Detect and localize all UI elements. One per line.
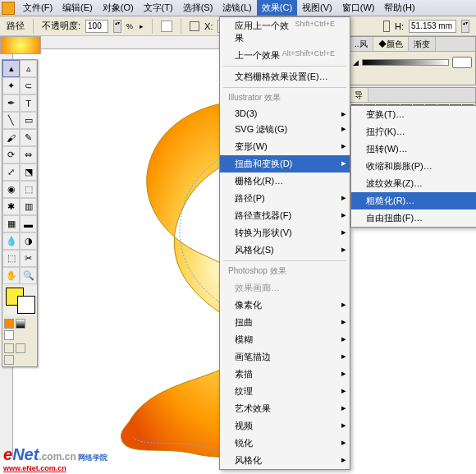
magic-wand-tool[interactable]: ✦ (2, 77, 20, 94)
menu-artistic[interactable]: 艺术效果▸ (220, 400, 350, 417)
submenu-twist[interactable]: 扭转(W)… (351, 140, 476, 158)
screen-mode-full2[interactable] (4, 355, 14, 365)
reflect-tool[interactable]: ⇔ (20, 146, 37, 163)
menu-help[interactable]: 帮助(H) (379, 0, 419, 16)
menu-doc-raster[interactable]: 文档栅格效果设置(E)… (220, 68, 350, 85)
watermark: eNet.com.cn网络学院 www.eNet.com.cn (3, 445, 108, 472)
opacity-input[interactable] (85, 20, 108, 33)
anchor-widget[interactable] (190, 21, 199, 31)
free-transform-tool[interactable]: ⬚ (20, 181, 37, 198)
shear-tool[interactable]: ⬔ (20, 163, 37, 181)
hand-tool[interactable]: ✋ (2, 267, 20, 284)
pencil-tool[interactable]: ✎ (20, 129, 37, 146)
lasso-tool[interactable]: ⊂ (20, 77, 37, 94)
pen-tool[interactable]: ✒ (2, 94, 20, 112)
mesh-tool[interactable]: ▦ (2, 215, 20, 232)
menu-brush-strokes[interactable]: 画笔描边▸ (220, 348, 350, 366)
blend-tool[interactable]: ◑ (20, 232, 37, 250)
screen-mode-full[interactable] (16, 343, 25, 353)
symbol-sprayer-tool[interactable]: ✱ (2, 198, 20, 215)
menu-select[interactable]: 选择(S) (178, 0, 218, 16)
slice-tool[interactable]: ⬚ (2, 250, 20, 267)
menu-video[interactable]: 视频▸ (220, 417, 350, 435)
eyedropper-tool[interactable]: 💧 (2, 232, 20, 250)
menu-header-ps: Photoshop 效果 (220, 263, 350, 279)
submenu-free-distort[interactable]: 自由扭曲(F)… (351, 209, 476, 227)
x-label: X: (204, 21, 213, 31)
rotate-tool[interactable]: ⟳ (2, 146, 20, 163)
submenu-zigzag[interactable]: 波纹效果(Z)… (351, 175, 476, 192)
line-tool[interactable]: ╲ (2, 112, 20, 129)
none-mode-btn[interactable] (4, 330, 14, 340)
scissors-tool[interactable]: ✂ (20, 250, 37, 267)
hue-slider[interactable] (362, 59, 449, 66)
screen-mode-normal[interactable] (4, 343, 14, 353)
zoom-tool[interactable]: 🔍 (20, 267, 37, 284)
menu-rasterize[interactable]: 栅格化(R)… (220, 173, 350, 190)
panel-tab-color[interactable]: ◆颜色 (373, 37, 409, 51)
direct-selection-tool[interactable]: ▵ (20, 60, 37, 77)
selection-tool[interactable]: ▴ (2, 60, 20, 77)
color-panel: ..风 ◆颜色 渐变 ◢ (349, 36, 476, 85)
paintbrush-tool[interactable]: 🖌 (2, 129, 20, 146)
type-tool[interactable]: T (20, 94, 37, 112)
menu-blur[interactable]: 模糊▸ (220, 331, 350, 348)
swatch-strip[interactable] (0, 36, 41, 54)
graph-tool[interactable]: ▥ (20, 198, 37, 215)
path-label: 路径 (7, 20, 25, 32)
link-icon[interactable] (383, 21, 390, 32)
opacity-spinner[interactable]: ▴▾ (113, 20, 121, 33)
gradient-mode-btn[interactable] (16, 319, 25, 329)
style-icon[interactable] (161, 21, 172, 32)
menu-view[interactable]: 视图(V) (297, 0, 337, 16)
menu-effect[interactable]: 效果(C) (257, 0, 297, 16)
scale-tool[interactable]: ⤢ (2, 163, 20, 181)
menu-file[interactable]: 文件(F) (18, 0, 57, 16)
color-sliders: ◢ (350, 52, 475, 85)
hue-input[interactable] (452, 57, 472, 68)
menu-apply-last[interactable]: 应用上一个效果Shift+Ctrl+E (220, 17, 350, 47)
menu-object[interactable]: 对象(O) (98, 0, 139, 16)
color-well[interactable] (4, 286, 37, 315)
menu-stylize-ai[interactable]: 风格化(S)▸ (220, 242, 350, 259)
panel-tab-gradient[interactable]: 渐变 (409, 37, 436, 51)
submenu-tweak[interactable]: 扭拧(K)… (351, 123, 476, 140)
effect-menu-dropdown: 应用上一个效果Shift+Ctrl+E 上一个效果Alt+Shift+Ctrl+… (219, 16, 350, 470)
h-label: H: (395, 21, 404, 31)
menu-texture[interactable]: 纹理▸ (220, 383, 350, 400)
menu-svg-filters[interactable]: SVG 滤镜(G)▸ (220, 121, 350, 138)
warp-tool[interactable]: ◉ (2, 181, 20, 198)
menu-header-ai: Illustrator 效果 (220, 90, 350, 106)
menu-warp[interactable]: 变形(W)▸ (220, 138, 350, 155)
color-mode-btn[interactable] (4, 319, 14, 329)
menu-stylize-ps[interactable]: 风格化▸ (220, 452, 350, 469)
menu-type[interactable]: 文字(T) (139, 0, 178, 16)
menu-window[interactable]: 窗口(W) (337, 0, 380, 16)
gradient-tool[interactable]: ▬ (20, 215, 37, 232)
h-spinner[interactable]: ▴▾ (461, 20, 469, 33)
h-input[interactable] (409, 20, 456, 33)
panel-tab-swatches[interactable]: 导 (350, 88, 368, 102)
submenu-transform[interactable]: 变换(T)… (351, 106, 476, 123)
panel-tab-appearance[interactable]: ..风 (350, 37, 373, 51)
opacity-label: 不透明度: (42, 20, 80, 32)
menu-3d[interactable]: 3D(3)▸ (220, 106, 350, 121)
menu-effect-gallery[interactable]: 效果画廊… (220, 279, 350, 297)
stroke-color[interactable] (17, 296, 35, 314)
menu-edit[interactable]: 编辑(E) (57, 0, 98, 16)
rectangle-tool[interactable]: ▭ (20, 112, 37, 129)
menu-last-effect[interactable]: 上一个效果Alt+Shift+Ctrl+E (220, 47, 350, 64)
menu-pixelate[interactable]: 像素化▸ (220, 297, 350, 314)
menu-convert-shape[interactable]: 转换为形状(V)▸ (220, 224, 350, 242)
menu-distort-transform[interactable]: 扭曲和变换(D)▸ (220, 155, 350, 173)
menu-filter[interactable]: 滤镜(L) (217, 0, 256, 16)
menu-distort-ps[interactable]: 扭曲▸ (220, 314, 350, 331)
menu-sketch[interactable]: 素描▸ (220, 366, 350, 383)
distort-transform-submenu: 变换(T)… 扭拧(K)… 扭转(W)… 收缩和膨胀(P)… 波纹效果(Z)… … (350, 105, 476, 228)
submenu-pucker-bloat[interactable]: 收缩和膨胀(P)… (351, 158, 476, 175)
menu-pathfinder[interactable]: 路径查找器(F)▸ (220, 207, 350, 224)
menubar: 文件(F) 编辑(E) 对象(O) 文字(T) 选择(S) 滤镜(L) 效果(C… (0, 0, 476, 16)
menu-path[interactable]: 路径(P)▸ (220, 190, 350, 207)
submenu-roughen[interactable]: 粗糙化(R)… (351, 192, 476, 209)
menu-sharpen[interactable]: 锐化▸ (220, 435, 350, 452)
